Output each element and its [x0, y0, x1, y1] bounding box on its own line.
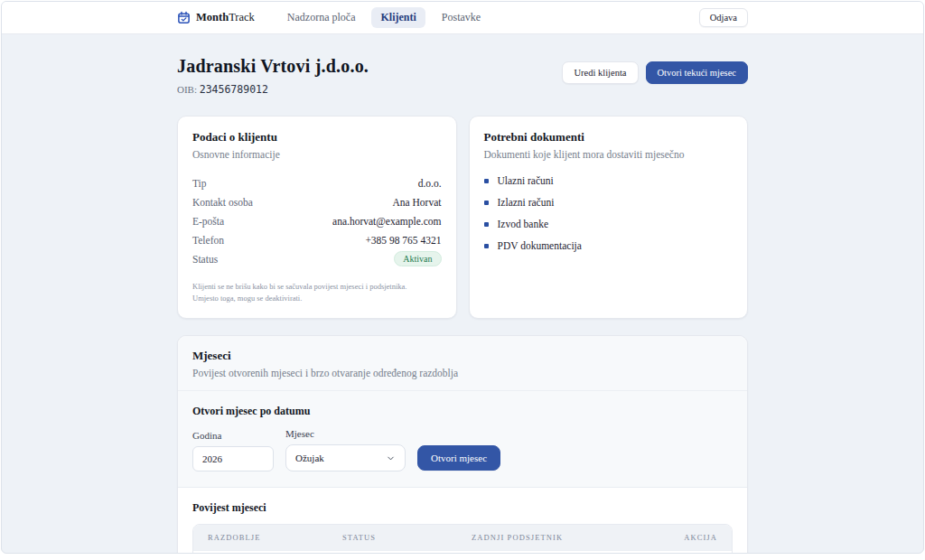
client-row-status: Status Aktivan: [192, 249, 442, 268]
months-card-title: Mjeseci: [192, 349, 733, 363]
oib-value: 23456789012: [200, 83, 268, 96]
column-header-status: Status: [328, 525, 457, 551]
client-row-tip: Tip d.o.o.: [192, 173, 442, 192]
history-title: Povijest mjeseci: [192, 501, 733, 515]
history-table: Razdoblje Status Zadnji podsjetnik Akcij…: [192, 524, 733, 554]
year-input[interactable]: [192, 446, 274, 471]
oib-label: OIB:: [177, 84, 197, 95]
open-month-section: Otvori mjesec po datumu Godina Mjesec Ož…: [178, 391, 747, 488]
documents-card-subtitle: Dokumenti koje klijent mora dostaviti mj…: [484, 149, 733, 160]
document-name: Ulazni računi: [498, 175, 554, 186]
list-item: Ulazni računi: [484, 175, 733, 186]
month-label: Mjesec: [285, 428, 406, 439]
bullet-icon: [484, 179, 489, 183]
nav-item-postavke[interactable]: Postavke: [433, 7, 490, 28]
row-value: Ana Horvat: [393, 197, 442, 208]
list-item: Izlazni računi: [484, 197, 733, 208]
row-label: E-pošta: [192, 216, 224, 227]
table-row: Ožujak 2026 Nepotpuno — Otvori: [193, 551, 732, 554]
page-header: Jadranski Vrtovi j.d.o.o. OIB: 234567890…: [177, 56, 748, 96]
nav-item-klijenti[interactable]: Klijenti: [371, 7, 425, 28]
year-label: Godina: [192, 430, 274, 441]
months-card-header: Mjeseci Povijest otvorenih mjeseci i brz…: [178, 336, 747, 391]
row-value: ana.horvat@example.com: [332, 216, 441, 227]
row-label: Telefon: [192, 235, 224, 246]
bullet-icon: [484, 201, 489, 205]
column-header-zadnji-podsjetnik: Zadnji podsjetnik: [457, 525, 651, 551]
row-label: Kontakt osoba: [192, 197, 253, 208]
months-card: Mjeseci Povijest otvorenih mjeseci i brz…: [177, 335, 748, 554]
row-value: d.o.o.: [418, 178, 442, 189]
client-card-subtitle: Osnovne informacije: [192, 149, 442, 160]
brand[interactable]: MonthTrack: [177, 11, 255, 24]
month-field-group: Mjesec Ožujak: [285, 428, 406, 471]
bullet-icon: [484, 244, 489, 248]
column-header-akcija: Akcija: [651, 525, 732, 551]
list-item: PDV dokumentacija: [484, 240, 733, 251]
cell-status: Nepotpuno: [328, 551, 457, 554]
client-row-telefon: Telefon +385 98 765 4321: [192, 230, 442, 249]
main-nav: Nadzorna ploča Klijenti Postavke: [278, 7, 676, 28]
open-current-month-button[interactable]: Otvori tekući mjesec: [646, 61, 748, 84]
open-month-button[interactable]: Otvori mjesec: [417, 445, 500, 471]
logout-button[interactable]: Odjava: [699, 8, 748, 27]
top-nav: MonthTrack Nadzorna ploča Klijenti Posta…: [2, 2, 923, 34]
documents-card-title: Potrebni dokumenti: [484, 130, 733, 145]
column-header-razdoblje: Razdoblje: [193, 525, 328, 551]
row-label: Status: [192, 254, 218, 265]
document-name: Izlazni računi: [498, 197, 555, 208]
open-month-title: Otvori mjesec po datumu: [192, 405, 733, 418]
row-label: Tip: [192, 178, 207, 189]
client-card-footnote: Klijenti se ne brišu kako bi se sačuvala…: [192, 281, 442, 304]
cell-period: Ožujak 2026: [193, 551, 328, 554]
main-content: Jadranski Vrtovi j.d.o.o. OIB: 234567890…: [2, 34, 923, 554]
documents-list: Ulazni računi Izlazni računi Izvod banke: [484, 175, 733, 251]
calendar-check-icon: [177, 11, 191, 24]
documents-card: Potrebni dokumenti Dokumenti koje klijen…: [469, 116, 749, 319]
cell-last-reminder: —: [457, 551, 651, 554]
bullet-icon: [484, 222, 489, 227]
year-field-group: Godina: [192, 430, 274, 471]
table-header-row: Razdoblje Status Zadnji podsjetnik Akcij…: [193, 525, 732, 551]
client-info-card: Podaci o klijentu Osnovne informacije Ti…: [177, 116, 457, 319]
month-history-section: Povijest mjeseci Razdoblje Status Zadnji…: [178, 488, 747, 554]
status-badge: Aktivan: [394, 251, 441, 266]
page-title: Jadranski Vrtovi j.d.o.o.: [177, 56, 369, 77]
app-window: MonthTrack Nadzorna ploča Klijenti Posta…: [1, 1, 924, 554]
row-value: +385 98 765 4321: [365, 235, 441, 246]
months-card-subtitle: Povijest otvorenih mjeseci i brzo otvara…: [192, 368, 733, 378]
month-select[interactable]: Ožujak: [285, 444, 406, 471]
month-select-value: Ožujak: [295, 453, 324, 463]
list-item: Izvod banke: [484, 219, 733, 229]
document-name: PDV dokumentacija: [498, 240, 582, 251]
client-row-kontakt: Kontakt osoba Ana Horvat: [192, 192, 442, 211]
client-card-title: Podaci o klijentu: [192, 130, 442, 145]
document-name: Izvod banke: [498, 219, 549, 229]
oib-line: OIB: 23456789012: [177, 83, 369, 96]
nav-item-nadzorna-ploca[interactable]: Nadzorna ploča: [278, 7, 365, 28]
edit-client-button[interactable]: Uredi klijenta: [562, 61, 638, 84]
chevron-down-icon: [386, 453, 396, 463]
client-row-eposta: E-pošta ana.horvat@example.com: [192, 211, 442, 230]
brand-name: MonthTrack: [196, 11, 255, 24]
